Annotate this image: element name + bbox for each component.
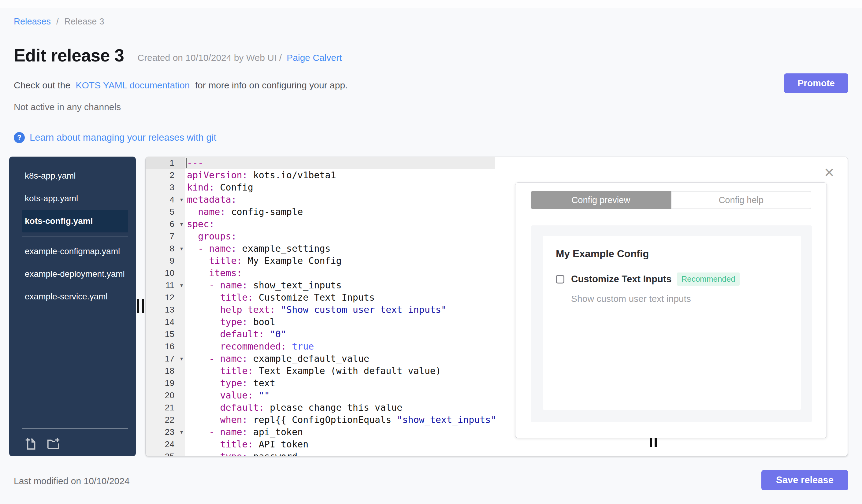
code-lines: 1---2apiVersion: kots.io/v1beta13kind: C…	[146, 157, 495, 456]
code-line-content: title: Customize Text Inputs	[185, 291, 495, 304]
line-number-gutter: 16	[146, 340, 185, 353]
code-line-content: spec:	[185, 218, 495, 230]
doc-line-prefix: Check out the	[14, 80, 70, 90]
file-list-top: k8s-app.yamlkots-app.yamlkots-config.yam…	[9, 157, 136, 233]
code-line: 24 title: API token	[146, 438, 495, 450]
config-item-row: Customize Text Inputs Recommended	[556, 273, 788, 286]
sidebar-file-item[interactable]: kots-app.yaml	[22, 187, 128, 210]
channel-status: Not active in any channels	[14, 102, 121, 112]
code-line-content: default: "0"	[185, 328, 495, 340]
line-number-gutter: 19	[146, 377, 185, 389]
code-line: 2apiVersion: kots.io/v1beta1	[146, 169, 495, 181]
code-line: 9 title: My Example Config	[146, 255, 495, 267]
sidebar-divider	[22, 236, 128, 236]
line-number-gutter: 5	[146, 206, 185, 218]
close-preview-icon[interactable]: ✕	[820, 164, 838, 182]
tab-config-help[interactable]: Config help	[671, 191, 811, 209]
tab-config-preview[interactable]: Config preview	[531, 191, 671, 209]
code-line-content: - name: api_token	[185, 426, 495, 438]
code-line-content: - name: show_text_inputs	[185, 279, 495, 291]
doc-line-suffix: for more info on configuring your app.	[195, 80, 348, 90]
git-link-row: ? Learn about managing your releases wit…	[14, 132, 216, 143]
code-line: 8▾ - name: example_settings	[146, 242, 495, 255]
sidebar-file-item[interactable]: example-configmap.yaml	[22, 240, 128, 263]
code-line-content: kind: Config	[185, 181, 495, 194]
breadcrumb: Releases / Release 3	[14, 16, 104, 27]
code-line: 11▾ - name: show_text_inputs	[146, 279, 495, 291]
line-number-gutter: 1	[146, 157, 185, 169]
title-row: Edit release 3 Created on 10/10/2024 by …	[14, 45, 342, 65]
code-line-content: value: ""	[185, 389, 495, 401]
line-number-gutter: 7	[146, 230, 185, 242]
config-group-title: My Example Config	[556, 248, 788, 260]
code-line-content: type: text	[185, 377, 495, 389]
author-link[interactable]: Paige Calvert	[287, 53, 342, 63]
yaml-editor[interactable]: 1---2apiVersion: kots.io/v1beta13kind: C…	[146, 157, 495, 456]
code-line: 16 recommended: true	[146, 340, 495, 353]
fold-toggle-icon[interactable]: ▾	[180, 279, 183, 291]
line-number-gutter: 6▾	[146, 218, 185, 230]
breadcrumb-separator: /	[56, 16, 59, 26]
top-strip	[0, 0, 862, 8]
fold-toggle-icon[interactable]: ▾	[180, 353, 183, 365]
line-number-gutter: 21	[146, 401, 185, 414]
code-line: 19 type: text	[146, 377, 495, 389]
code-line: 20 value: ""	[146, 389, 495, 401]
config-preview-content: My Example Config Customize Text Inputs …	[543, 236, 801, 410]
created-text: Created on 10/10/2024 by Web UI /	[138, 53, 282, 63]
breadcrumb-current: Release 3	[64, 16, 104, 26]
fold-toggle-icon[interactable]: ▾	[180, 218, 183, 230]
sidebar-file-item[interactable]: k8s-app.yaml	[22, 164, 128, 187]
fold-toggle-icon[interactable]: ▾	[180, 426, 183, 438]
kots-yaml-docs-link[interactable]: KOTS YAML documentation	[76, 80, 190, 90]
line-number-gutter: 14	[146, 316, 185, 328]
sidebar-file-item[interactable]: example-deployment.yaml	[22, 263, 128, 285]
created-info: Created on 10/10/2024 by Web UI / Paige …	[138, 53, 342, 65]
fold-toggle-icon[interactable]: ▾	[180, 194, 183, 206]
line-number-gutter: 23▾	[146, 426, 185, 438]
file-sidebar: k8s-app.yamlkots-app.yamlkots-config.yam…	[9, 157, 136, 456]
code-line: 4▾metadata:	[146, 194, 495, 206]
line-number-gutter: 22	[146, 414, 185, 426]
add-folder-icon[interactable]	[46, 437, 60, 451]
code-line: 17▾ - name: example_default_value	[146, 353, 495, 365]
line-number-gutter: 10	[146, 267, 185, 279]
sidebar-file-item[interactable]: kots-config.yaml	[22, 210, 128, 233]
editor-and-preview-panel: 1---2apiVersion: kots.io/v1beta13kind: C…	[145, 157, 848, 456]
doc-info-line: Check out the KOTS YAML documentation fo…	[14, 80, 348, 91]
fold-toggle-icon[interactable]: ▾	[180, 242, 183, 255]
code-line: 14 type: bool	[146, 316, 495, 328]
line-number-gutter: 11▾	[146, 279, 185, 291]
code-line: 18 title: Text Example (with default val…	[146, 365, 495, 377]
config-preview-area: My Example Config Customize Text Inputs …	[531, 225, 812, 422]
code-line: 10 items:	[146, 267, 495, 279]
code-line: 15 default: "0"	[146, 328, 495, 340]
sidebar-resize-handle[interactable]	[137, 299, 144, 313]
add-file-icon[interactable]	[24, 437, 38, 451]
recommended-badge: Recommended	[677, 273, 739, 286]
line-number-gutter: 24	[146, 438, 185, 450]
line-number-gutter: 8▾	[146, 242, 185, 255]
line-number-gutter: 20	[146, 389, 185, 401]
text-cursor	[186, 158, 187, 168]
line-number-gutter: 18	[146, 365, 185, 377]
code-line-content: - name: example_settings	[185, 242, 495, 255]
customize-text-inputs-checkbox[interactable]	[556, 275, 564, 283]
code-line: 5 name: config-sample	[146, 206, 495, 218]
code-line: 21 default: please change this value	[146, 401, 495, 414]
config-item-help-text: Show custom user text inputs	[556, 294, 788, 304]
code-line-content: recommended: true	[185, 340, 495, 353]
line-number-gutter: 3	[146, 181, 185, 194]
code-line-content: metadata:	[185, 194, 495, 206]
code-line: 1---	[146, 157, 495, 169]
breadcrumb-releases-link[interactable]: Releases	[14, 16, 51, 26]
code-line-content: - name: example_default_value	[185, 353, 495, 365]
promote-button[interactable]: Promote	[784, 74, 848, 93]
page-title: Edit release 3	[14, 45, 124, 65]
last-modified-text: Last modified on 10/10/2024	[14, 476, 130, 486]
code-line-content: type: password	[185, 450, 495, 456]
git-releases-link[interactable]: Learn about managing your releases with …	[30, 132, 216, 143]
save-release-button[interactable]: Save release	[761, 470, 848, 490]
sidebar-file-item[interactable]: example-service.yaml	[22, 285, 128, 308]
code-line: 12 title: Customize Text Inputs	[146, 291, 495, 304]
